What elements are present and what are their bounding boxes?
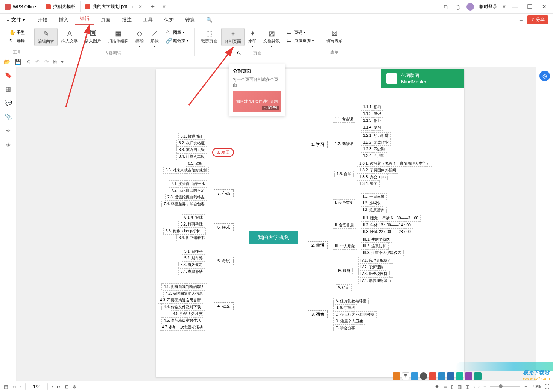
hand-tool[interactable]: ✋手型 [8, 29, 26, 36]
fill-form-button[interactable]: ☒填写表单 [323, 28, 346, 45]
more-quickbar-icon[interactable]: ▾ [61, 59, 64, 65]
leaf: 7.4. 尊重差异，学会包容 [161, 201, 207, 207]
menu-page[interactable]: 页面 [96, 17, 115, 23]
fit-icon[interactable]: ⊡ [65, 384, 69, 389]
leaf: IV.3. 拒绝校园贷 [358, 271, 390, 277]
tray-icon-3[interactable] [411, 372, 418, 380]
assistant-icon[interactable]: ◷ [539, 71, 550, 81]
crop-page-button[interactable]: ⬚裁剪页面 [198, 28, 220, 45]
tooltip-video-thumb[interactable]: 如何对PDF页面进行分割 ▷ 00:59 [233, 91, 281, 112]
new-tab-button[interactable]: ＋ [147, 3, 158, 11]
menu-edit[interactable]: 编辑 [75, 15, 94, 25]
undo-icon[interactable]: ↶ [35, 59, 40, 65]
comment-icon[interactable]: 💬 [5, 99, 12, 106]
insert-image-button[interactable]: 🖼插入图片 [82, 28, 104, 45]
page-panel-icon[interactable]: ▤ [4, 384, 8, 389]
signature-icon[interactable]: ✒ [6, 127, 11, 134]
view-mode1-icon[interactable]: ▭ [443, 384, 447, 389]
zoom-in-icon[interactable]: ＋ [524, 383, 528, 390]
maximize-button[interactable]: ☐ [525, 3, 534, 10]
close-window-button[interactable]: ✕ [539, 3, 548, 10]
hyperlink-button[interactable]: 🔗超链接▾ [164, 37, 190, 44]
edit-icon: ✎ [42, 30, 50, 38]
page-input[interactable] [25, 383, 48, 390]
cube-icon[interactable]: ⬡ [455, 4, 461, 10]
tray-icon-8[interactable] [456, 372, 463, 380]
view-mode3-icon[interactable]: ▥ [457, 384, 462, 389]
menu-start[interactable]: 开始 [33, 17, 52, 23]
open-icon[interactable]: 📂 [4, 59, 10, 65]
thumbnail-icon[interactable]: ▦ [5, 85, 11, 92]
tooltip-thumb-label: 如何对PDF页面进行分割 [236, 99, 278, 104]
bookmark-icon[interactable]: 🔖 [5, 71, 12, 79]
attachment-icon[interactable]: 📎 [5, 113, 12, 120]
page-num-button[interactable]: ▭页码▾ [285, 29, 315, 36]
next-page-icon[interactable]: › [52, 384, 53, 389]
app-tab[interactable]: WPS Office [0, 1, 41, 12]
leaf: V. 待定 [336, 284, 352, 291]
prev-page-icon[interactable]: ‹ [20, 384, 21, 389]
tab-menu-icon[interactable]: ▫ [132, 4, 133, 9]
menu-insert[interactable]: 插入 [54, 17, 73, 23]
tray-icon-4[interactable] [420, 372, 427, 380]
document-tab[interactable]: 我的大学规划.pdf ▫ ✕ [81, 1, 147, 12]
save-icon[interactable]: 💾 [15, 59, 21, 65]
scan-edit-button[interactable]: ▦扫描件编辑 [105, 28, 132, 45]
zoom-value[interactable]: 70% [532, 384, 541, 389]
edit-content-button[interactable]: ✎编辑内容 [34, 28, 58, 46]
tray-icon-5[interactable] [429, 372, 436, 380]
stamp-button[interactable]: ♘图章▾ [164, 29, 190, 36]
menu-protect[interactable]: 保护 [160, 17, 178, 23]
leaf: D. 注重个人卫生 [333, 318, 365, 325]
group-form-label: 表单 [330, 49, 339, 56]
minimize-button[interactable]: — [511, 3, 520, 10]
tray-icon-2[interactable]: 中 [402, 372, 409, 380]
tray-icon-10[interactable] [474, 372, 482, 380]
login-dropdown-icon[interactable]: ▾ [503, 3, 506, 10]
menu-tools[interactable]: 工具 [138, 17, 157, 23]
tab-list-button[interactable]: ▾ [158, 3, 170, 10]
tray-icon-7[interactable] [447, 372, 454, 380]
first-page-icon[interactable]: ⏮ [12, 384, 16, 389]
zoom-slider[interactable] [490, 386, 520, 387]
print-icon[interactable]: 🖨 [26, 59, 31, 65]
close-tab-icon[interactable]: ✕ [138, 4, 142, 9]
login-label[interactable]: 临时登录 [479, 3, 497, 10]
fit-width-icon[interactable]: ⟷ [473, 384, 480, 389]
layout-icon[interactable]: ⧉ [444, 4, 450, 10]
leaf: 7.1. 接受自己的平凡 [169, 180, 207, 187]
insert-text-button[interactable]: A插入文字 [58, 28, 81, 45]
menu-annotate[interactable]: 批注 [117, 17, 136, 23]
erase-button[interactable]: ◇擦除▾ [132, 28, 147, 50]
header-footer-button[interactable]: ▤页眉页脚▾ [285, 37, 315, 44]
layers-icon[interactable]: ◈ [6, 141, 11, 148]
split-page-button[interactable]: ⊞分割页面 [221, 28, 245, 46]
view-mode4-icon[interactable]: ◫ [465, 384, 469, 389]
tray-icon-9[interactable] [465, 372, 472, 380]
fullscreen-icon[interactable]: ⛶ [545, 384, 549, 389]
share-button[interactable]: ⇪ 分享 [527, 15, 548, 24]
copy-icon[interactable]: ⎘ [53, 59, 56, 65]
cursor-icon: ↖ [9, 38, 15, 44]
tray-icon-1[interactable] [393, 372, 400, 380]
view-mode2-icon[interactable]: ▯ [451, 384, 454, 389]
template-tab[interactable]: 找稻壳模板 [41, 1, 81, 12]
mindmaster-en: MindMaster [401, 79, 427, 85]
tray-icon-6[interactable] [438, 372, 445, 380]
site-watermark: 极光下载站 www.xz7.com [523, 369, 550, 381]
add-page-icon[interactable]: ⊕ [73, 384, 76, 389]
search-icon[interactable]: 🔍 [202, 17, 217, 23]
menu-convert[interactable]: 转换 [181, 17, 199, 23]
last-page-icon[interactable]: ⏭ [57, 384, 61, 389]
cloud-icon[interactable]: ☁ [518, 17, 523, 23]
user-avatar[interactable] [466, 3, 474, 11]
leaf: 5.2. 别作弊 [182, 255, 205, 262]
select-tool[interactable]: ↖选择 [8, 37, 26, 44]
shape-button[interactable]: ／形状▾ [147, 28, 162, 50]
redo-icon[interactable]: ↷ [44, 59, 49, 65]
zoom-out-icon[interactable]: − [483, 384, 486, 389]
doc-bg-button[interactable]: ▨文档背景▾ [260, 28, 283, 50]
view-eye-icon[interactable]: 👁 [435, 384, 439, 389]
watermark-button[interactable]: ✦水印▾ [245, 28, 260, 50]
file-menu[interactable]: ≡ 文件 ▾ [5, 17, 27, 23]
